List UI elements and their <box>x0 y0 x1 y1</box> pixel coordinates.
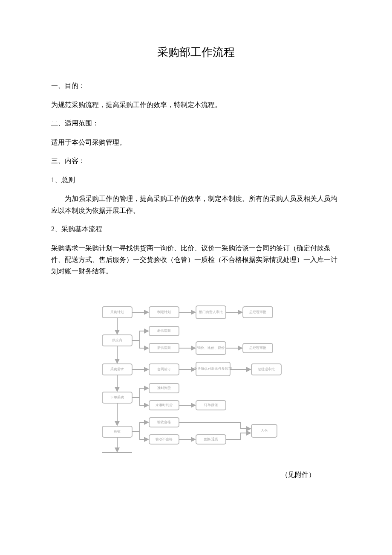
flow-node: 新供应商 <box>157 346 171 350</box>
flow-node: 部门负责人审批 <box>199 310 223 314</box>
flow-row-3: 采购需求 合同签订 财务确认付款条件及账期 总经理审批 <box>102 362 281 376</box>
flow-row-2: 供应商 老供应商 新供应商 询价、比价、议价 总经理审批 <box>102 326 273 355</box>
section-3-heading: 三、内容： <box>51 155 341 167</box>
flow-node: 制定计划 <box>157 310 171 314</box>
section-1-heading: 一、目的： <box>51 80 341 92</box>
flow-row-5: 验收 验收合格 验收不合格 更换/退货 入仓 <box>102 418 277 444</box>
section-3-sub1-heading: 1、总则 <box>51 174 341 186</box>
flow-node: 更换/退货 <box>204 437 218 441</box>
flow-row-4: 下单采购 准时到货 未准时到货 订单跟催 <box>102 384 226 410</box>
flow-node: 老供应商 <box>157 329 171 333</box>
flowchart-svg: 采购计划 制定计划 部门负责人审批 总经理审批 供应商 老供应商 新供应商 询价… <box>98 302 294 456</box>
flow-node: 采购计划 <box>110 310 124 314</box>
flow-node: 总经理审批 <box>249 346 266 350</box>
flow-node: 入仓 <box>261 429 268 433</box>
flow-row-1: 采购计划 制定计划 部门负责人审批 总经理审批 <box>102 306 273 319</box>
flow-node: 供应商 <box>112 338 122 342</box>
flow-node: 财务确认付款条件及账期 <box>194 367 232 371</box>
flow-node: 验收不合格 <box>156 437 173 441</box>
flow-node: 采购需求 <box>110 367 124 371</box>
flow-node: 验收合格 <box>157 420 171 424</box>
page-title: 采购部工作流程 <box>51 43 341 63</box>
section-2-body: 适用于本公司采购管理。 <box>51 137 341 148</box>
flow-node: 合同签订 <box>157 367 171 371</box>
flow-node: 准时到货 <box>157 386 171 390</box>
section-3-sub2-body: 采购需求一采购计划一寻找供货商一询价、比价、议价一采购洽谈一合同的签订（确定付款… <box>51 242 341 277</box>
flow-node: 订单跟催 <box>204 403 218 407</box>
flow-node: 询价、比价、议价 <box>197 346 225 350</box>
flow-node: 未准时到货 <box>156 403 173 407</box>
flow-node: 验收 <box>114 430 121 433</box>
section-3-sub1-body: 为加强采购工作的管理，提高采购工作的效率，制定本制度。所有的采购人员及相关人员均… <box>51 193 341 216</box>
section-2-heading: 二、适用范围： <box>51 117 341 130</box>
flow-node: 总经理审批 <box>249 310 266 314</box>
flow-node: 下单采购 <box>110 395 124 399</box>
section-3-sub2-heading: 2、采购基本流程 <box>51 223 341 235</box>
section-1-body: 为规范采购流程，提高采购工作的效率，特制定本流程。 <box>51 99 341 110</box>
flowchart-container: 采购计划 制定计划 部门负责人审批 总经理审批 供应商 老供应商 新供应商 询价… <box>51 302 341 456</box>
attachment-note: （见附件） <box>51 469 341 481</box>
flow-node: 总经理审批 <box>257 367 275 371</box>
